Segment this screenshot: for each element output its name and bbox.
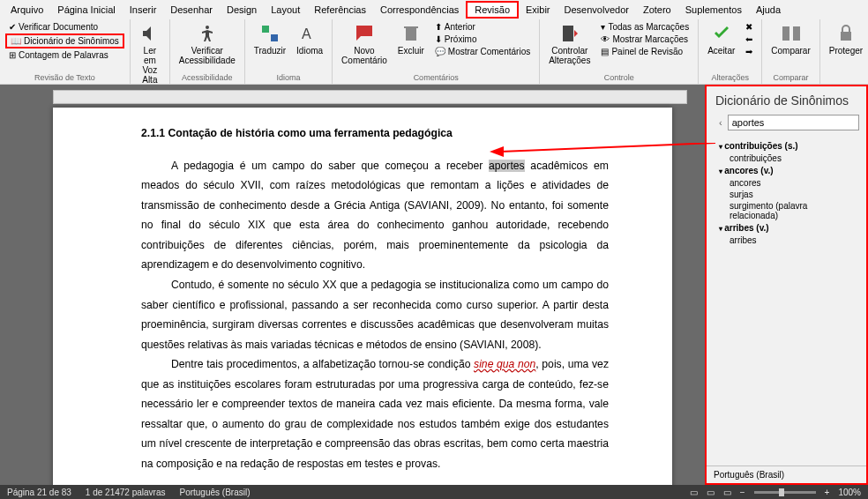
arrow-up-icon: ⬆ [435,22,442,32]
delete-icon [400,23,422,44]
thesaurus-button[interactable]: 📖Dicionário de Sinônimos [5,34,124,48]
ribbon-group-comments: Novo Comentário Excluir ⬆Anterior ⬇Próxi… [333,19,540,84]
group-label: Revisão de Texto [5,72,124,82]
menu-desenvolvedor[interactable]: Desenvolvedor [557,3,636,17]
word-count-button[interactable]: ⊞Contagem de Palavras [5,49,124,61]
panel-icon: ▤ [601,47,609,56]
view-web-icon[interactable]: ▭ [723,488,731,497]
page-wrapper: 2.1.1 Contação de história como uma ferr… [0,85,705,485]
svg-rect-4 [841,32,851,41]
group-label [826,81,866,82]
menu-design[interactable]: Design [220,3,264,17]
horizontal-ruler[interactable] [53,90,687,104]
prev-comment-button[interactable]: ⬆Anterior [431,21,534,33]
next-comment-button[interactable]: ⬇Próximo [431,34,534,45]
review-panel-button[interactable]: ▤Painel de Revisão [597,46,692,57]
zoom-slider[interactable] [754,491,816,494]
group-label: Alterações [704,72,756,82]
view-read-icon[interactable]: ▭ [690,488,698,497]
show-comments-button[interactable]: 💬Mostrar Comentários [431,46,534,57]
ribbon-group-compare: Comparar Comparar [762,19,819,84]
arrow-down-icon: ⬇ [435,34,442,44]
thesaurus-results: contribuições (s.) contribuições ancores… [707,136,866,465]
paragraph-1: A pedagogia é um campo do saber que come… [141,156,609,275]
status-words[interactable]: 1 de 21472 palavras [86,488,166,497]
ribbon-group-proofing: ✔Verificar Documento 📖Dicionário de Sinô… [0,19,131,84]
menu-ajuda[interactable]: Ajuda [749,3,788,17]
compare-icon [781,23,802,44]
track-changes-button[interactable]: Controlar Alterações [545,21,594,67]
paragraph-2: Contudo, é somente no século XX que a pe… [141,275,609,354]
status-page[interactable]: Página 21 de 83 [7,488,71,497]
lock-icon [835,23,857,44]
menu-exibir[interactable]: Exibir [519,3,557,17]
markup-dropdown[interactable]: ▾Todas as Marcações [597,21,692,33]
thesaurus-title: Dicionário de Sinônimos [707,86,866,115]
svg-rect-2 [782,26,789,41]
delete-comment-button[interactable]: Excluir [394,21,428,57]
thesaurus-item[interactable]: arribes [707,235,866,246]
zoom-level[interactable]: 100% [838,488,861,497]
thesaurus-search-input[interactable] [728,115,859,130]
menu-arquivo[interactable]: Arquivo [4,3,50,17]
group-label: Idioma [251,72,326,82]
document-page[interactable]: 2.1.1 Contação de história como uma ferr… [53,108,672,485]
status-language[interactable]: Português (Brasil) [179,488,250,497]
thesaurus-group[interactable]: ancores (v.) [707,164,866,177]
view-print-icon[interactable]: ▭ [707,488,715,497]
thesaurus-item[interactable]: surjas [707,189,866,200]
menu-layout[interactable]: Layout [264,3,307,17]
zoom-in-icon[interactable]: + [825,488,830,497]
back-icon[interactable]: ‹ [714,117,728,128]
check-icon: ✔ [9,22,16,32]
menu-suplementos[interactable]: Suplementos [678,3,749,17]
read-aloud-button[interactable]: Ler em Voz Alta [136,21,164,86]
thesaurus-group[interactable]: contribuições (s.) [707,139,866,153]
prev-change-button[interactable]: ⬅ [742,34,756,45]
new-comment-button[interactable]: Novo Comentário [338,21,391,67]
verify-document-button[interactable]: ✔Verificar Documento [5,21,124,33]
menu-pagina-inicial[interactable]: Página Inicial [50,3,122,17]
next-change-button[interactable]: ➡ [742,46,756,57]
show-markup-button[interactable]: 👁Mostrar Marcações [597,34,692,45]
thesaurus-item[interactable]: surgimento (palavra relacionada) [707,200,866,221]
reject-icon: ✖ [745,22,752,32]
thesaurus-item[interactable]: ancores [707,177,866,189]
count-icon: ⊞ [9,50,16,60]
menu-inserir[interactable]: Inserir [123,3,164,17]
ribbon-group-changes: Aceitar ✖ ⬅ ➡ Alterações [699,19,762,84]
translate-button[interactable]: Traduzir [251,21,289,57]
compare-button[interactable]: Comparar [767,21,813,57]
paragraph-3: Dentre tais procedimentos, a alfabetizaç… [141,354,609,473]
menu-desenhar[interactable]: Desenhar [163,3,220,17]
menu-correspondencias[interactable]: Correspondências [373,3,466,17]
menu-revisao[interactable]: Revisão [466,1,519,19]
language-button[interactable]: A Idioma [293,21,326,57]
globe-icon: A [299,23,320,44]
accept-icon [711,23,732,44]
menu-referencias[interactable]: Referências [307,3,373,17]
spelling-error[interactable]: sine qua non [474,358,535,370]
menu-zotero[interactable]: Zotero [636,3,678,17]
zoom-out-icon[interactable]: − [740,488,745,497]
status-bar: Página 21 de 83 1 de 21472 palavras Port… [0,485,868,499]
thesaurus-group[interactable]: arribes (v.) [707,221,866,235]
protect-button[interactable]: Proteger [826,21,866,57]
check-accessibility-button[interactable]: Verificar Acessibilidade [176,21,239,67]
eye-icon: 👁 [601,34,610,44]
comment-icon [354,23,375,44]
thesaurus-item[interactable]: contribuições [707,153,866,164]
ribbon: ✔Verificar Documento 📖Dicionário de Sinô… [0,19,868,85]
menu-bar: Arquivo Página Inicial Inserir Desenhar … [0,0,868,19]
thesaurus-language-selector[interactable]: Português (Brasil) [707,465,866,483]
book-icon: 📖 [11,36,21,46]
ribbon-group-tracking: Controlar Alterações ▾Todas as Marcações… [540,19,699,84]
group-label: Comentários [338,72,534,82]
ribbon-group-protect: Proteger [820,19,868,84]
accept-button[interactable]: Aceitar [704,21,738,57]
comment-icon: 💬 [435,47,445,56]
selected-word[interactable]: aportes [489,160,525,172]
ribbon-group-speech: Ler em Voz Alta Fala [131,19,170,84]
group-label: Comparar [767,72,813,82]
reject-button[interactable]: ✖ [742,21,756,33]
